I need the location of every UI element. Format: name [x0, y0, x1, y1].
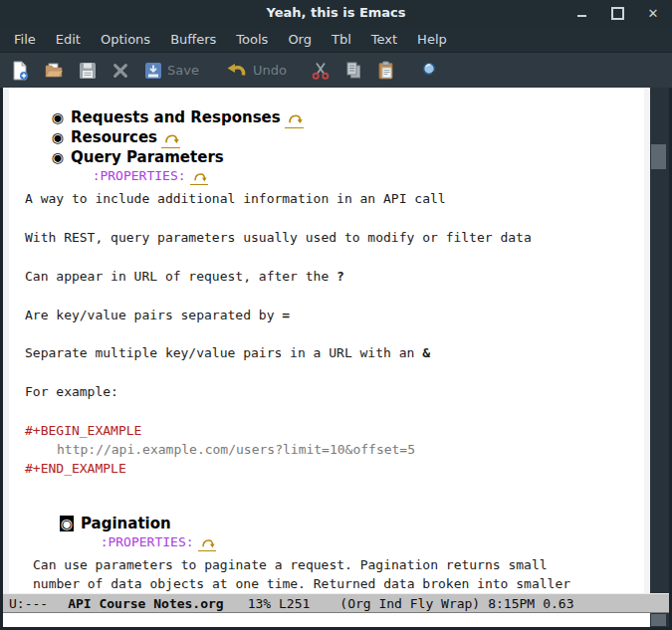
menu-edit[interactable]: Edit: [46, 29, 91, 50]
body-line[interactable]: For example:: [25, 384, 118, 399]
maximize-button[interactable]: [608, 4, 626, 22]
menu-help[interactable]: Help: [407, 29, 457, 50]
modeline-coding[interactable]: U:---: [9, 596, 48, 611]
copy-pages-icon: [343, 61, 363, 81]
body-line[interactable]: A way to include additional information …: [25, 191, 446, 206]
save-icon: [143, 61, 163, 81]
titlebar: Yeah, this is Emacs ✕: [0, 0, 672, 27]
modeline-modes[interactable]: (Org Ind Fly Wrap): [339, 596, 480, 611]
search-magnifier-icon: [420, 61, 440, 81]
example-url[interactable]: http://api.example.com/users?limit=10&of…: [57, 442, 415, 457]
menu-tools[interactable]: Tools: [226, 29, 278, 50]
paste-clipboard-icon: [376, 61, 396, 81]
body-line[interactable]: Separate multiple key/value pairs in a U…: [25, 345, 430, 360]
modeline-load: 0.63: [543, 596, 573, 611]
save-button[interactable]: Save: [143, 61, 199, 81]
mode-line: U:--- API Course Notes.org 13% L251 (Org…: [3, 593, 669, 613]
minimize-button[interactable]: [572, 4, 590, 22]
open-file-button[interactable]: [44, 61, 64, 81]
maximize-icon: [611, 7, 624, 20]
echo-scrollbar-thumb: [651, 614, 666, 626]
window-title: Yeah, this is Emacs: [0, 5, 672, 20]
menu-options[interactable]: Options: [91, 29, 160, 50]
fold-arrow-icon[interactable]: [285, 108, 304, 128]
copy-button[interactable]: [343, 61, 363, 81]
body-line[interactable]: Can use parameters to paginate a request…: [33, 557, 548, 572]
body-line[interactable]: Are key/value pairs separated by =: [25, 308, 290, 322]
minimize-icon: [577, 15, 586, 17]
menu-org[interactable]: Org: [278, 29, 322, 50]
undo-button[interactable]: Undo: [225, 61, 287, 81]
scrollbar-thumb[interactable]: [651, 144, 666, 169]
org-end-example[interactable]: #+END_EXAMPLE: [25, 461, 126, 476]
emacs-window: Yeah, this is Emacs ✕ File Edit Options …: [0, 0, 672, 630]
echo-scrollbar-track: [650, 613, 669, 627]
toolbar: Save Undo: [0, 52, 672, 88]
new-file-icon: [10, 61, 30, 81]
body-line[interactable]: number of data objects at one time. Retu…: [33, 576, 570, 591]
save-label: Save: [167, 63, 199, 78]
echo-area[interactable]: [3, 613, 650, 627]
menu-tbl[interactable]: Tbl: [322, 29, 361, 50]
fold-arrow-icon[interactable]: [198, 534, 216, 551]
buffer-window: ◉Requests and Responses ◉Resources ◉Quer…: [3, 88, 669, 627]
menu-text[interactable]: Text: [361, 29, 407, 50]
save-file-button[interactable]: [78, 61, 98, 81]
close-button[interactable]: ✕: [644, 4, 662, 22]
modeline-position[interactable]: 13% L251: [248, 596, 311, 611]
body-line[interactable]: With REST, query parameters usually used…: [25, 230, 532, 245]
menubar: File Edit Options Buffers Tools Org Tbl …: [0, 27, 672, 52]
menu-file[interactable]: File: [4, 29, 46, 50]
body-line[interactable]: Can appear in URL of request, after the …: [25, 269, 344, 284]
paste-button[interactable]: [376, 61, 396, 81]
close-buffer-button[interactable]: [112, 62, 129, 80]
close-x-icon: [112, 62, 129, 80]
undo-arrow-icon: [225, 61, 249, 81]
cut-scissors-icon: [311, 61, 331, 81]
modeline-time: 8:15PM: [488, 596, 535, 611]
new-file-button[interactable]: [10, 61, 30, 81]
scrollbar-track[interactable]: [650, 88, 669, 593]
modeline-buffer-name[interactable]: API Course Notes.org: [68, 596, 224, 611]
search-button[interactable]: [420, 61, 440, 81]
fold-arrow-icon[interactable]: [190, 168, 208, 185]
menu-buffers[interactable]: Buffers: [160, 29, 226, 50]
undo-label: Undo: [253, 63, 287, 78]
save-floppy-icon: [78, 61, 98, 81]
open-folder-icon: [44, 61, 64, 81]
org-buffer-text[interactable]: ◉Requests and Responses ◉Resources ◉Quer…: [9, 88, 644, 593]
org-begin-example[interactable]: #+BEGIN_EXAMPLE: [25, 423, 141, 438]
window-controls: ✕: [572, 4, 662, 22]
cut-button[interactable]: [311, 61, 331, 81]
